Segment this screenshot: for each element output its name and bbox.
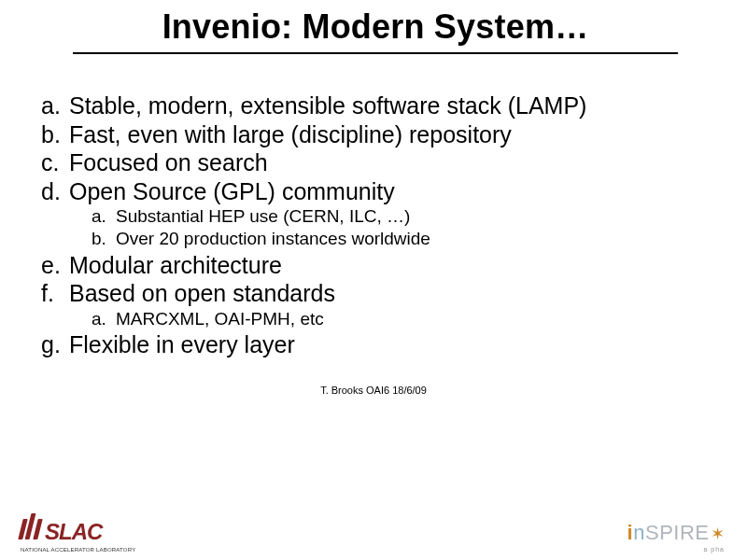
item-text: Modular architecture	[69, 251, 706, 280]
item-text: Open Source (GPL) community	[69, 177, 706, 206]
item-marker: a.	[92, 308, 116, 330]
item-text: Stable, modern, extensible software stac…	[69, 91, 706, 120]
credit-line: T. Brooks OAI6 18/6/09	[41, 385, 706, 397]
item-text: MARCXML, OAI-PMH, etc	[116, 308, 706, 330]
slac-text: SLAC	[45, 519, 102, 545]
item-text: Substantial HEP use (CERN, ILC, …)	[116, 205, 706, 228]
item-marker: b.	[92, 228, 116, 250]
slide: Invenio: Modern System… a. Stable, moder…	[0, 0, 747, 560]
subitem-d-a: a. Substantial HEP use (CERN, ILC, …)	[92, 205, 706, 228]
inspire-logo: inSPIRE✶ a pha	[627, 521, 725, 553]
item-a: a. Stable, modern, extensible software s…	[41, 91, 706, 120]
item-text: Focused on search	[69, 148, 706, 177]
item-b: b. Fast, even with large (discipline) re…	[41, 120, 706, 149]
subitem-d-b: b. Over 20 production instances worldwid…	[92, 228, 706, 250]
item-marker: d.	[41, 177, 69, 206]
item-e: e. Modular architecture	[41, 251, 706, 280]
subitem-f-a: a. MARCXML, OAI-PMH, etc	[92, 308, 706, 330]
inspire-n: n	[633, 521, 645, 545]
inspire-i: i	[627, 521, 634, 545]
item-c: c. Focused on search	[41, 148, 706, 177]
item-text: Based on open standards	[69, 279, 706, 308]
item-marker: e.	[41, 251, 69, 280]
star-icon: ✶	[711, 524, 726, 544]
inspire-rest: SPIRE	[645, 521, 710, 545]
item-d: d. Open Source (GPL) community	[41, 177, 706, 206]
item-text: Over 20 production instances worldwide	[116, 228, 706, 250]
footer: SLAC NATIONAL ACCELERATOR LABORATORY inS…	[0, 506, 747, 553]
slac-logo: SLAC NATIONAL ACCELERATOR LABORATORY	[21, 513, 135, 553]
item-marker: g.	[41, 330, 69, 359]
inspire-subtitle: a pha	[703, 546, 725, 553]
item-f: f. Based on open standards	[41, 279, 706, 308]
slac-bar-icon	[33, 519, 42, 539]
inspire-logo-main: inSPIRE✶	[627, 521, 725, 545]
slide-title: Invenio: Modern System…	[73, 7, 678, 54]
item-text: Fast, even with large (discipline) repos…	[69, 120, 706, 149]
item-marker: c.	[41, 148, 69, 177]
item-marker: a.	[92, 205, 116, 228]
slac-logo-main: SLAC	[21, 513, 102, 545]
slide-body: a. Stable, modern, extensible software s…	[32, 91, 715, 398]
item-g: g. Flexible in every layer	[41, 330, 706, 359]
item-marker: f.	[41, 279, 69, 308]
item-marker: a.	[41, 91, 69, 120]
slac-subtitle: NATIONAL ACCELERATOR LABORATORY	[21, 547, 135, 553]
item-marker: b.	[41, 120, 69, 149]
item-text: Flexible in every layer	[69, 330, 706, 359]
